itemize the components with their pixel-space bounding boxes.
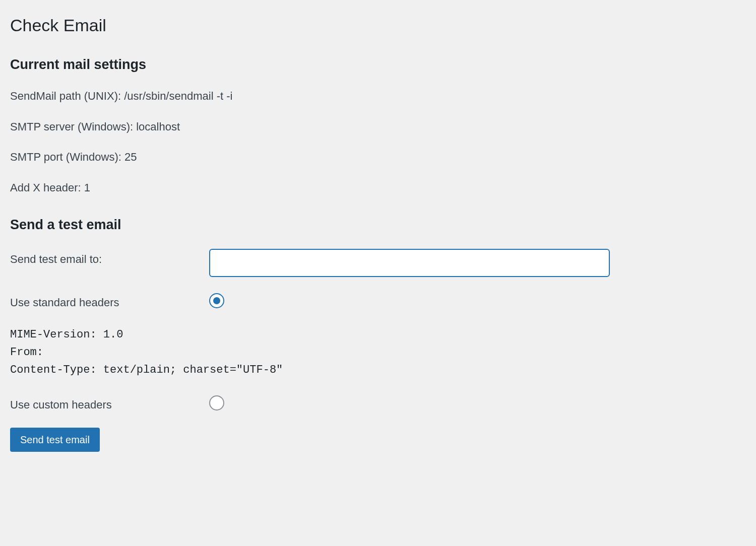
setting-label: SMTP port (Windows): (10, 151, 121, 163)
row-use-custom-headers: Use custom headers (10, 394, 625, 413)
section-send-test-heading: Send a test email (10, 216, 625, 234)
setting-value: 1 (84, 181, 90, 194)
section-current-settings-heading: Current mail settings (10, 56, 625, 74)
setting-label: Add X header: (10, 181, 81, 194)
send-to-input[interactable] (209, 249, 610, 277)
send-to-input-col (209, 249, 625, 277)
use-custom-headers-label: Use custom headers (10, 394, 209, 413)
standard-headers-preview: MIME-Version: 1.0 From: Content-Type: te… (10, 326, 625, 379)
use-standard-headers-input-col (209, 292, 625, 308)
current-mail-settings: SendMail path (UNIX): /usr/sbin/sendmail… (10, 89, 625, 196)
use-custom-headers-radio[interactable] (209, 395, 224, 411)
setting-add-x-header: Add X header: 1 (10, 180, 625, 196)
send-to-label: Send test email to: (10, 249, 209, 267)
send-test-email-button[interactable]: Send test email (10, 428, 100, 452)
use-custom-headers-input-col (209, 394, 625, 413)
page-title: Check Email (10, 15, 625, 36)
setting-smtp-port: SMTP port (Windows): 25 (10, 150, 625, 165)
setting-value: 25 (124, 151, 137, 163)
use-standard-headers-label: Use standard headers (10, 292, 209, 311)
page-wrap: Check Email Current mail settings SendMa… (0, 0, 635, 472)
row-send-to: Send test email to: (10, 249, 625, 277)
setting-label: SMTP server (Windows): (10, 120, 133, 133)
row-use-standard-headers: Use standard headers (10, 292, 625, 311)
radio-dot-icon (213, 297, 220, 304)
setting-sendmail-path: SendMail path (UNIX): /usr/sbin/sendmail… (10, 89, 625, 104)
setting-value: /usr/sbin/sendmail -t -i (124, 90, 232, 102)
setting-smtp-server: SMTP server (Windows): localhost (10, 119, 625, 135)
setting-value: localhost (136, 120, 180, 133)
use-standard-headers-radio[interactable] (209, 293, 224, 308)
setting-label: SendMail path (UNIX): (10, 90, 121, 102)
